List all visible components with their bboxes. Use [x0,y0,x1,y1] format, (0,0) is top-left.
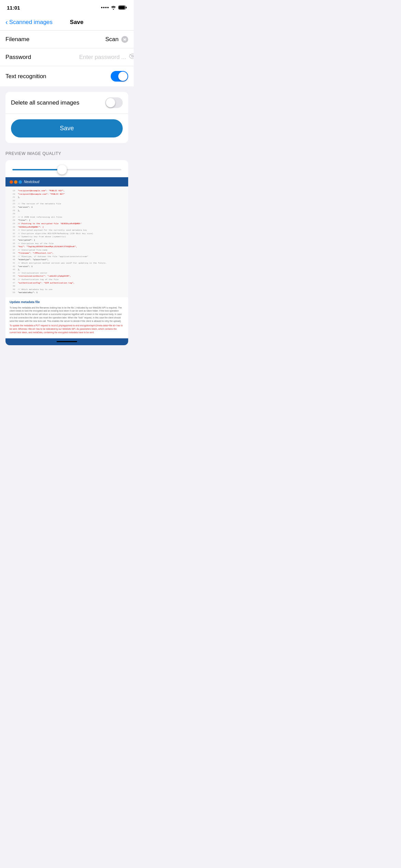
line-code: // Mimetype, if Unknown the file "applic… [18,255,125,258]
preview-card: Nextcloud 19"recipient@example.com": "PU… [5,160,128,345]
line-number: 31 [9,229,15,232]
line-code: "metadataKey": 1 [18,291,125,294]
preview-section-label: PREVIEW IMAGE QUALITY [5,151,128,156]
line-code: }, [18,268,125,272]
preview-image-area: Nextcloud 19"recipient@example.com": "PU… [5,177,128,345]
line-number: 27 [9,216,15,219]
nc-logo-circle-1 [10,180,13,184]
line-code: "files": { [18,219,125,222]
code-line: 25}, [9,209,125,213]
nc-logo-circle-3 [19,180,22,184]
line-number: 50 [9,291,15,294]
home-indicator [57,341,77,342]
line-code: // Encrypted payload for the currently u… [18,229,125,232]
svg-rect-1 [126,7,127,9]
code-line: 37// Unencrypted file-name [9,249,125,252]
password-value-area [53,53,134,61]
line-code [18,212,125,216]
status-time: 11:01 [7,5,20,11]
code-line: 20"recipient2@example.com": "PUBLIC KEY" [9,193,125,196]
code-line: 23// The version of the metadata file [9,202,125,206]
save-button-container: Save [5,114,128,143]
code-line: 48 [9,285,125,288]
line-number: 19 [9,189,15,193]
line-code: }, [18,209,125,213]
code-line: 45"initializationVector": "+mHuS2ryZqHgA… [9,275,125,278]
back-label: Scanned images [9,19,53,26]
text-section-heading: Update metadata file [10,300,124,305]
code-line: 42"version": 1 [9,265,125,268]
text-recognition-toggle[interactable] [111,71,128,82]
line-number: 26 [9,212,15,216]
code-line: 46// Authentication tag of the file [9,278,125,281]
code-line: 19"recipient@example.com": "PUBLIC KEY", [9,189,125,193]
code-line: 41// Which encryption method version was… [9,262,125,265]
delete-toggle[interactable] [105,97,123,108]
line-code: // Authentication tag of the file [18,278,125,281]
code-line: 39// Mimetype, if Unknown the file "appl… [9,255,125,258]
nextcloud-header-bar: Nextcloud [5,177,128,186]
nextcloud-brand-text: Nextcloud [24,180,39,184]
text-paragraph: To keep the metadata and the filenames l… [10,306,124,323]
line-code: // A JSON blob referencing all files [18,216,125,219]
line-number: 30 [9,226,15,229]
slider-container [5,160,128,177]
code-content-area: 19"recipient@example.com": "PUBLIC KEY",… [5,186,128,297]
line-number: 35 [9,242,15,245]
preview-section: PREVIEW IMAGE QUALITY Nextcloud 19"recip… [0,151,134,345]
code-line: 35// Encryption key of the file [9,242,125,245]
line-code: // Initialization vector [18,272,125,275]
line-code: // Which metadata key to use [18,288,125,291]
line-number: 49 [9,288,15,291]
action-card: Delete all scanned images Save [5,92,128,143]
status-bar: 11:01 [0,0,134,15]
eye-icon[interactable] [129,53,134,61]
back-button[interactable]: ‹ Scanned images [5,19,52,26]
clear-filename-button[interactable] [121,36,128,43]
line-number: 20 [9,193,15,196]
text-content-area: Update metadata fileTo keep the metadata… [5,297,128,338]
text-paragraph: To update the metadata a PUT request to … [10,324,124,334]
wifi-icon [111,5,116,10]
code-line: 43}, [9,268,125,272]
line-code: "mimetype": "plain/text", [18,258,125,262]
code-line: 44// Initialization vector [9,272,125,275]
back-chevron-icon: ‹ [5,18,8,26]
line-code: // Pointing to the encrypted file 'AEOEE… [18,222,125,226]
form-card: Filename Scan Password Text rec [0,31,134,86]
line-code: "filename": "rPPbvvtext.txt", [18,252,125,255]
line-number: 38 [9,252,15,255]
line-number: 25 [9,209,15,213]
line-code: // The version of the metadata file [18,202,125,206]
save-button[interactable]: Save [11,119,123,137]
line-code: "AEOEEbyeRsRQWNRr": { [18,226,125,229]
line-number: 40 [9,258,15,262]
svg-rect-2 [119,6,125,9]
password-row: Password [0,48,134,66]
code-line: 32// Encryption algorithm AES/GCM/NoPadd… [9,232,125,236]
line-number: 48 [9,285,15,288]
line-code: "version": 1 [18,265,125,268]
quality-slider[interactable] [12,169,121,170]
line-code: // Symmetric key from above (symmetric) [18,235,125,239]
text-recognition-value-area [53,71,128,82]
line-number: 24 [9,206,15,209]
code-line: 47"authenticationTag": "GCM authenticati… [9,281,125,285]
line-number: 33 [9,235,15,239]
line-number: 37 [9,249,15,252]
nextcloud-logo [10,180,22,184]
line-number: 47 [9,281,15,285]
code-line: 22 [9,199,125,203]
delete-label: Delete all scanned images [11,99,105,106]
line-code: "recipient@example.com": "PUBLIC KEY", [18,189,125,193]
text-recognition-label: Text recognition [5,73,53,80]
line-code: }, [18,196,125,199]
nav-title: Save [52,19,101,26]
line-number: 23 [9,202,15,206]
line-code: "recipient2@example.com": "PUBLIC KEY" [18,193,125,196]
password-input[interactable] [53,54,126,61]
code-line: 33// Symmetric key from above (symmetric… [9,235,125,239]
line-number: 21 [9,196,15,199]
delete-row: Delete all scanned images [5,92,128,114]
line-number: 42 [9,265,15,268]
